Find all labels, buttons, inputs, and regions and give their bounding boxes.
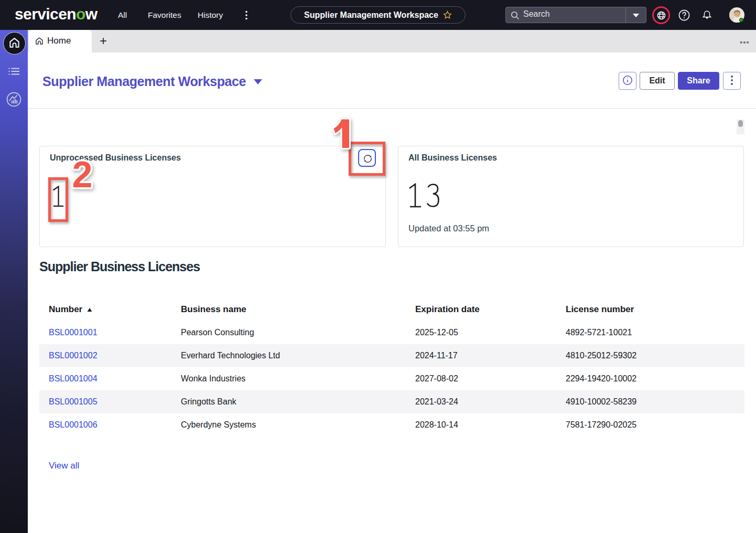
- svg-text:2: 2: [72, 154, 93, 194]
